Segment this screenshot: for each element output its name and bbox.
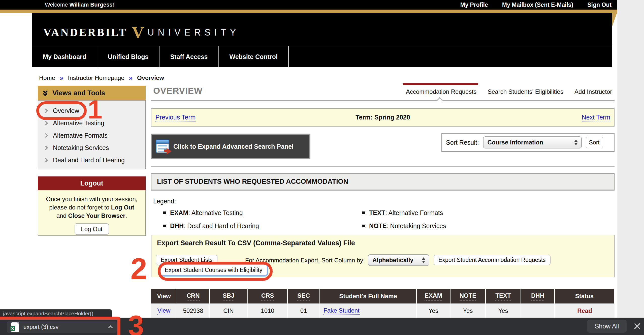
export-student-lists-button[interactable]: Export Student Lists	[156, 255, 217, 265]
sign-out-link[interactable]: Sign Out	[587, 2, 611, 8]
search-panel-icon	[156, 140, 169, 153]
sort-result-label: Sort Result:	[446, 139, 479, 146]
legend-item-dhh: DHH: Deaf and Hard of Hearing	[163, 222, 259, 230]
sidebar-item-deaf-and-hard-of-hearing[interactable]: Deaf and Hard of Hearing	[38, 154, 145, 166]
chevron-right-icon	[43, 158, 48, 162]
col-header-dhh[interactable]: DHH	[521, 289, 555, 304]
breadcrumb-separator-icon: »	[60, 74, 63, 82]
downloaded-file-item[interactable]: export (3).csv	[7, 321, 117, 333]
expand-advanced-search-button[interactable]: Click to Expand Advanced Search Panel	[151, 134, 310, 159]
col-header-sec[interactable]: SEC	[288, 289, 320, 304]
sidebar-item-alternative-formats[interactable]: Alternative Formats	[38, 129, 145, 142]
chevron-right-icon	[43, 108, 48, 113]
table-row-note-cell: Yes	[450, 304, 486, 318]
section-tabs: Accommodation Requests Search Students' …	[406, 88, 612, 95]
export-sort-select[interactable]: Alphabetically	[368, 254, 429, 266]
export-sort-label: For Accommodation Export, Sort Column by…	[245, 257, 365, 264]
nav-my-dashboard[interactable]: My Dashboard	[32, 46, 97, 67]
legend-item-text: TEXT: Alternative Formats	[362, 209, 443, 217]
csv-file-icon	[11, 322, 19, 332]
export-student-courses-button[interactable]: Export Student Courses with Eligibility	[160, 264, 267, 276]
chevron-right-icon	[43, 133, 48, 138]
sidebar-menu: Overview Alternative Testing Alternative…	[38, 100, 146, 169]
vanderbilt-logo: VANDERBILT V UNIVERSITY	[43, 26, 240, 39]
logout-note-line2: please do not forget to Log Out	[38, 203, 145, 211]
downloaded-file-name: export (3).csv	[23, 324, 58, 330]
term-bar: Previous Term Term: Spring 2020 Next Ter…	[151, 108, 615, 127]
select-stepper-icon	[422, 257, 425, 263]
sidebar-item-notetaking-services[interactable]: Notetaking Services	[38, 142, 145, 154]
legend-item-exam: EXAM: Alternative Testing	[163, 209, 243, 217]
table-row-sbj-cell: CIN	[210, 304, 248, 318]
log-out-button[interactable]: Log Out	[75, 223, 109, 235]
sidebar-item-overview[interactable]: Overview	[38, 105, 145, 117]
nav-unified-blogs[interactable]: Unified Blogs	[97, 46, 159, 67]
col-header-exam[interactable]: EXAM	[417, 289, 450, 304]
status-bar-url-bubble: javascript:expandSearchPlaceHolder()	[0, 309, 112, 318]
sidebar-item-alternative-testing[interactable]: Alternative Testing	[38, 117, 145, 129]
table-row-crn-cell: 502938	[177, 304, 210, 318]
sidebar-header[interactable]: Views and Tools	[38, 86, 146, 100]
chevron-up-icon[interactable]	[108, 325, 113, 330]
download-shelf: export (3).csv Show All	[0, 318, 644, 335]
sort-button[interactable]: Sort	[586, 137, 603, 148]
view-link[interactable]: View	[157, 307, 171, 315]
show-all-button[interactable]: Show All	[587, 320, 627, 333]
my-profile-link[interactable]: My Profile	[460, 2, 488, 8]
table-row-status-cell: Read	[555, 304, 615, 318]
tab-accommodation-requests[interactable]: Accommodation Requests	[406, 88, 476, 95]
nav-website-control[interactable]: Website Control	[219, 46, 289, 67]
sort-result-select[interactable]: Course Information	[483, 136, 582, 148]
page-title: OVERVIEW	[153, 86, 203, 96]
col-header-view[interactable]: View	[151, 289, 177, 304]
tabs-underline	[151, 100, 615, 101]
user-name: William Burgess	[69, 2, 112, 8]
welcome-message: Welcome William Burgess!	[45, 0, 114, 10]
col-header-crs[interactable]: CRS	[248, 289, 288, 304]
sidebar-item-label: Overview	[53, 107, 79, 114]
masthead: VANDERBILT V UNIVERSITY	[32, 13, 612, 46]
breadcrumb-current-overview: Overview	[137, 74, 164, 81]
col-header-text[interactable]: TEXT	[486, 289, 521, 304]
tab-search-students-eligibilities[interactable]: Search Students' Eligibilities	[488, 88, 563, 95]
gold-corner-wedge	[612, 13, 617, 27]
legend-item-note: NOTE: Notetaking Services	[362, 222, 446, 230]
col-header-note[interactable]: NOTE	[450, 289, 486, 304]
list-of-students-header: LIST OF STUDENTS WHO REQUESTED ACCOMMODA…	[151, 173, 615, 191]
table-row-dhh-cell	[521, 304, 555, 318]
student-name-link[interactable]: Fake Student	[324, 307, 360, 315]
chevron-right-icon	[43, 145, 48, 150]
col-header-sbj[interactable]: SBJ	[210, 289, 248, 304]
col-header-crn[interactable]: CRN	[177, 289, 210, 304]
export-accommodation-requests-button[interactable]: Export Student Accommodation Requests	[434, 255, 551, 265]
accommodation-requests-table: View CRN SBJ CRS SEC Student's Full Name…	[151, 289, 615, 318]
bullet-icon	[163, 225, 166, 227]
utility-links: My Profile My Mailbox (Sent E-Mails) Sig…	[460, 0, 611, 10]
table-row-exam-cell: Yes	[417, 304, 450, 318]
nav-staff-access[interactable]: Staff Access	[159, 46, 219, 67]
sort-result-selected-value: Course Information	[488, 139, 571, 146]
next-term-link[interactable]: Next Term	[582, 114, 610, 121]
tab-add-instructor[interactable]: Add Instructor	[574, 88, 612, 95]
breadcrumb-home[interactable]: Home	[39, 74, 55, 81]
bullet-icon	[362, 211, 365, 214]
logout-box-body: Once you finish with your session, pleas…	[38, 190, 146, 236]
my-mailbox-link[interactable]: My Mailbox (Sent E-Mails)	[502, 2, 573, 8]
export-sort-selected-value: Alphabetically	[372, 257, 419, 264]
sort-result-box: Sort Result: Course Information Sort	[441, 133, 615, 152]
chevron-right-icon	[43, 121, 48, 125]
vanderbilt-v-icon: V	[132, 26, 144, 39]
current-term-label: Term: Spring 2020	[151, 114, 614, 121]
table-row-view-cell: View	[151, 304, 177, 318]
col-header-status[interactable]: Status	[555, 289, 615, 304]
col-header-student-name[interactable]: Student's Full Name	[320, 289, 417, 304]
export-section-title: Export Search Result To CSV (Comma-Separ…	[157, 239, 355, 247]
wordmark-vanderbilt: VANDERBILT	[43, 26, 127, 39]
logout-note-line1: Once you finish with your session,	[38, 195, 145, 203]
breadcrumb-separator-icon: »	[129, 74, 133, 82]
legend-title: Legend:	[153, 198, 176, 205]
breadcrumb-instructor-homepage[interactable]: Instructor Homepage	[68, 74, 124, 81]
close-shelf-icon[interactable]	[631, 320, 643, 332]
sidebar-item-label: Alternative Formats	[53, 132, 108, 139]
select-stepper-icon	[574, 140, 578, 145]
